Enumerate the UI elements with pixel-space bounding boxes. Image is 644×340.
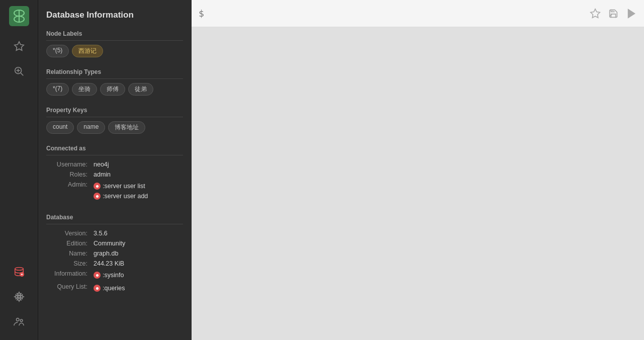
main-panel bbox=[192, 0, 644, 340]
server-user-list-label: :server user list bbox=[103, 181, 145, 191]
queries-label: :queries bbox=[103, 283, 125, 293]
edition-value: Community bbox=[91, 238, 183, 248]
favorites-icon[interactable] bbox=[8, 35, 30, 57]
sysinfo-label: :sysinfo bbox=[103, 270, 124, 280]
content-area bbox=[192, 27, 644, 340]
size-label: Size: bbox=[46, 259, 91, 269]
svg-line-6 bbox=[21, 73, 23, 75]
link-dot-2 bbox=[94, 193, 101, 200]
database-table: Version: 3.5.6 Edition: Community Name: … bbox=[46, 228, 183, 295]
roles-value: admin bbox=[91, 169, 183, 180]
information-row: Information: :sysinfo bbox=[46, 269, 183, 282]
property-keys-section: Property Keys count name 博客地址 bbox=[46, 107, 183, 134]
roles-label: Roles: bbox=[46, 169, 91, 180]
username-row: Username: neo4j bbox=[46, 159, 183, 169]
size-row: Size: 244.23 KiB bbox=[46, 259, 183, 269]
server-user-add-label: :server user add bbox=[103, 191, 148, 201]
admin-label: Admin: bbox=[46, 180, 91, 203]
size-value: 244.23 KiB bbox=[91, 259, 183, 269]
sidebar-panel: Database Information Node Labels *(5) 西游… bbox=[38, 0, 192, 340]
query-bar bbox=[192, 0, 644, 27]
relationship-types-tags: *(7) 坐骑 师傅 徒弟 bbox=[46, 83, 183, 96]
community-icon[interactable] bbox=[8, 311, 30, 333]
connected-as-heading: Connected as bbox=[46, 145, 183, 155]
db-name-row: Name: graph.db bbox=[46, 248, 183, 259]
node-label-xiyouji[interactable]: 西游记 bbox=[72, 45, 103, 57]
database-icon[interactable] bbox=[8, 261, 30, 283]
edition-row: Edition: Community bbox=[46, 238, 183, 248]
server-user-add-link[interactable]: :server user add bbox=[94, 191, 181, 201]
db-name-label: Name: bbox=[46, 248, 91, 259]
admin-row: Admin: :server user list :server user ad… bbox=[46, 180, 183, 203]
favorite-query-icon[interactable] bbox=[590, 8, 601, 19]
prop-key-count[interactable]: count bbox=[46, 121, 74, 134]
node-labels-heading: Node Labels bbox=[46, 30, 183, 41]
version-row: Version: 3.5.6 bbox=[46, 228, 183, 238]
node-labels-tags: *(5) 西游记 bbox=[46, 45, 183, 57]
queries-link[interactable]: :queries bbox=[94, 283, 181, 293]
rel-type-all[interactable]: *(7) bbox=[46, 83, 69, 96]
prop-key-blog[interactable]: 博客地址 bbox=[108, 121, 145, 134]
information-label: Information: bbox=[46, 269, 91, 282]
version-label: Version: bbox=[46, 228, 91, 238]
svg-marker-18 bbox=[628, 9, 635, 18]
username-value: neo4j bbox=[91, 159, 183, 169]
settings-icon[interactable] bbox=[8, 286, 30, 308]
search-icon[interactable] bbox=[8, 60, 30, 82]
node-labels-section: Node Labels *(5) 西游记 bbox=[46, 30, 183, 57]
rel-type-shifu[interactable]: 师傅 bbox=[100, 83, 125, 96]
querylist-row: Query List: :queries bbox=[46, 282, 183, 295]
app-logo bbox=[8, 5, 30, 27]
svg-marker-16 bbox=[591, 9, 600, 17]
run-query-icon[interactable] bbox=[626, 8, 637, 19]
username-label: Username: bbox=[46, 159, 91, 169]
relationship-types-heading: Relationship Types bbox=[46, 68, 183, 79]
save-query-icon[interactable] bbox=[608, 8, 619, 19]
querylist-label: Query List: bbox=[46, 282, 91, 295]
link-dot-sysinfo bbox=[94, 272, 101, 279]
sysinfo-link[interactable]: :sysinfo bbox=[94, 270, 181, 280]
svg-point-15 bbox=[20, 319, 23, 322]
version-value: 3.5.6 bbox=[91, 228, 183, 238]
database-heading: Database bbox=[46, 214, 183, 224]
roles-row: Roles: admin bbox=[46, 169, 183, 180]
link-dot-1 bbox=[94, 183, 101, 190]
link-dot-queries bbox=[94, 285, 101, 292]
property-keys-tags: count name 博客地址 bbox=[46, 121, 183, 134]
relationship-types-section: Relationship Types *(7) 坐骑 师傅 徒弟 bbox=[46, 68, 183, 96]
connected-as-section: Connected as Username: neo4j Roles: admi… bbox=[46, 145, 183, 203]
query-input[interactable] bbox=[199, 8, 585, 19]
query-actions bbox=[590, 8, 637, 19]
edition-label: Edition: bbox=[46, 238, 91, 248]
rel-type-zuoji[interactable]: 坐骑 bbox=[72, 83, 97, 96]
svg-point-14 bbox=[16, 318, 19, 321]
connected-as-table: Username: neo4j Roles: admin Admin: :ser… bbox=[46, 159, 183, 203]
server-user-list-link[interactable]: :server user list bbox=[94, 181, 181, 191]
svg-point-9 bbox=[15, 268, 23, 271]
prop-key-name[interactable]: name bbox=[77, 121, 105, 134]
node-label-all[interactable]: *(5) bbox=[46, 45, 69, 57]
information-link-cell: :sysinfo bbox=[91, 269, 183, 282]
database-section: Database Version: 3.5.6 Edition: Communi… bbox=[46, 214, 183, 295]
rel-type-tudi[interactable]: 徒弟 bbox=[128, 83, 153, 96]
querylist-link-cell: :queries bbox=[91, 282, 183, 295]
sidebar-title: Database Information bbox=[46, 10, 183, 20]
admin-links: :server user list :server user add bbox=[91, 180, 183, 203]
svg-marker-4 bbox=[14, 42, 23, 50]
property-keys-heading: Property Keys bbox=[46, 107, 183, 117]
db-name-value: graph.db bbox=[91, 248, 183, 259]
icon-bar bbox=[0, 0, 38, 340]
